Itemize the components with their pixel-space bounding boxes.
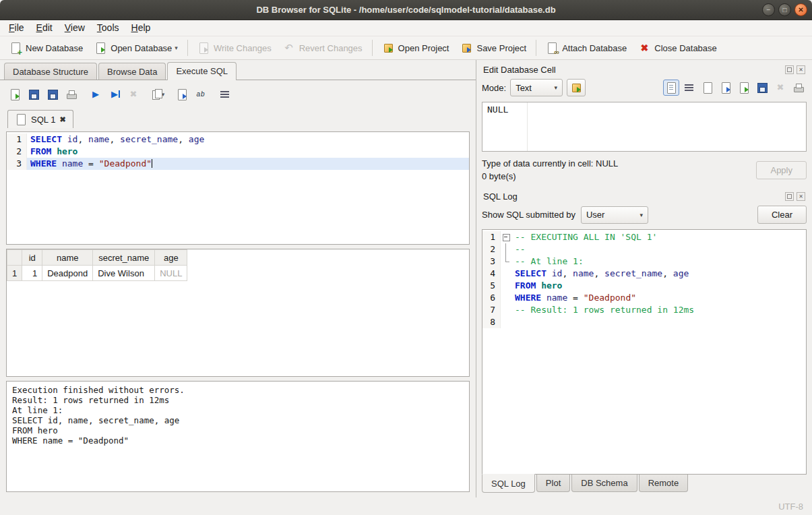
import-cell-data-button[interactable] — [718, 80, 734, 96]
cell-id[interactable]: 1 — [22, 266, 42, 281]
attach-database-button[interactable]: Attach Database — [540, 38, 632, 57]
sql-tab[interactable]: SQL 1 ✖ — [7, 110, 73, 128]
stop-execution-button: ✖ — [125, 86, 142, 103]
save-sql-file-button[interactable] — [25, 86, 42, 103]
tab-database-structure[interactable]: Database Structure — [4, 63, 97, 80]
log-line: 5FROM hero — [482, 280, 806, 292]
cell-value-editor[interactable]: NULL — [482, 102, 807, 152]
print-cell-icon — [792, 82, 805, 94]
open-query-tab-button[interactable]: ▾ — [149, 86, 166, 103]
column-header-name[interactable]: name — [42, 250, 93, 266]
print-sql-button[interactable] — [63, 86, 80, 103]
menu-view[interactable]: View — [59, 20, 91, 36]
toolbar-label: Save Project — [476, 43, 526, 53]
menu-help[interactable]: Help — [125, 20, 157, 36]
tab-execute-sql[interactable]: Execute SQL — [167, 62, 237, 80]
save-project-button[interactable]: Save Project — [455, 38, 532, 57]
undock-log-icon[interactable] — [785, 192, 794, 201]
mode-select[interactable]: Text ▾ — [510, 79, 563, 96]
close-log-icon[interactable]: ✕ — [797, 192, 805, 201]
submitter-value: User — [586, 210, 604, 220]
format-sql-button[interactable] — [216, 86, 234, 103]
menu-edit[interactable]: Edit — [30, 20, 59, 36]
tab-remote[interactable]: Remote — [639, 475, 689, 492]
close-tab-icon[interactable]: ✖ — [59, 115, 65, 124]
undock-panel-icon[interactable] — [785, 65, 794, 74]
tab-db-schema[interactable]: DB Schema — [571, 475, 637, 492]
minimize-icon[interactable]: − — [762, 3, 775, 16]
log-filter-row: Show SQL submitted by User ▾ Clear — [482, 204, 807, 229]
word-wrap-button[interactable] — [681, 80, 697, 96]
clear-button[interactable]: Clear — [757, 206, 807, 224]
caret-down-icon: ▾ — [639, 212, 643, 218]
cell-age[interactable]: NULL — [155, 266, 187, 281]
tab-plot[interactable]: Plot — [536, 475, 570, 492]
tab-sql-log[interactable]: SQL Log — [482, 474, 535, 493]
find-replace-icon: ab — [195, 88, 207, 100]
log-line: 6WHERE name = "Deadpond" — [482, 292, 806, 304]
message-line: FROM hero — [12, 425, 464, 435]
submitter-select[interactable]: User ▾ — [581, 206, 648, 224]
column-header-age[interactable]: age — [155, 250, 187, 266]
editor-line: 2FROM hero — [7, 146, 469, 158]
cell-mode-row: Mode: Text ▾ ✖ — [482, 78, 807, 102]
tab-browse-data[interactable]: Browse Data — [98, 63, 166, 80]
fold-gutter — [501, 292, 511, 304]
open-database-button[interactable]: Open Database▾ — [89, 38, 183, 57]
set-null-icon: ✖ — [774, 82, 786, 94]
open-file-button[interactable] — [699, 80, 716, 96]
execute-sql-panel: ▶▶✖▾ab SQL 1 ✖ 1SELECT id, name, secret_… — [0, 80, 476, 497]
close-icon[interactable]: ✕ — [794, 3, 807, 16]
column-header-id[interactable]: id — [22, 250, 42, 266]
execute-current-line-button[interactable]: ▶ — [106, 86, 123, 103]
new-database-button[interactable]: New Database — [4, 38, 88, 57]
execute-all-icon: ▶ — [90, 88, 102, 100]
code-text: -- At line 1: — [511, 255, 806, 268]
import-icon — [570, 82, 582, 94]
import-mode-button[interactable] — [567, 79, 586, 96]
log-line: 8 — [482, 316, 806, 328]
sql-editor[interactable]: 1SELECT id, name, secret_name, age2FROM … — [6, 131, 470, 245]
find-replace-button[interactable]: ab — [192, 86, 210, 103]
close-database-button[interactable]: ✖Close Database — [633, 38, 722, 57]
load-query-button[interactable] — [173, 86, 191, 103]
import-cell-data-icon — [720, 82, 732, 94]
menu-tools[interactable]: Tools — [91, 20, 125, 36]
sql-file-icon — [15, 113, 27, 125]
execute-all-button[interactable]: ▶ — [87, 86, 104, 103]
encoding-indicator[interactable]: UTF-8 — [778, 502, 803, 512]
maximize-icon[interactable]: □ — [778, 3, 791, 16]
line-number: 1 — [7, 133, 27, 146]
filter-label: Show SQL submitted by — [482, 210, 575, 220]
sql-log-view[interactable]: 1-- EXECUTING ALL IN 'SQL 1'2--3-- At li… — [482, 229, 807, 475]
open-sql-file-button[interactable] — [6, 86, 24, 103]
open-project-button[interactable]: Open Project — [377, 38, 455, 57]
app-window: DB Browser for SQLite - /home/user/code/… — [0, 0, 812, 515]
code-text: FROM hero — [27, 146, 469, 158]
column-header-secret_name[interactable]: secret_name — [93, 250, 155, 266]
toolbar-label: New Database — [26, 43, 83, 53]
log-line: 3-- At line 1: — [482, 255, 806, 268]
open-query-tab-icon — [151, 88, 163, 100]
close-panel-icon[interactable]: ✕ — [797, 65, 805, 74]
save-sql-file-as-button[interactable] — [44, 86, 61, 103]
line-number: 5 — [482, 280, 501, 292]
export-cell-data-button[interactable] — [736, 80, 752, 96]
text-mode-button[interactable] — [663, 80, 679, 96]
cell-name[interactable]: Deadpond — [42, 266, 93, 281]
line-number: 7 — [482, 304, 501, 316]
cell-type-info: Type of data currently in cell: NULL — [482, 157, 756, 170]
save-sql-file-icon — [28, 88, 40, 100]
print-cell-button[interactable] — [790, 80, 807, 96]
fold-gutter — [501, 304, 511, 316]
revert-changes-button: ↶Revert Changes — [278, 38, 368, 57]
title-bar[interactable]: DB Browser for SQLite - /home/user/code/… — [0, 0, 812, 20]
menu-file[interactable]: File — [3, 20, 30, 36]
save-cell-button[interactable] — [754, 80, 770, 96]
cell-secret_name[interactable]: Dive Wilson — [93, 266, 155, 281]
fold-box-icon[interactable] — [501, 231, 511, 243]
toolbar-separator — [372, 40, 373, 56]
close-database-icon: ✖ — [638, 42, 650, 54]
fold-gutter — [501, 316, 511, 328]
menu-bar: FileEditViewToolsHelp — [0, 20, 812, 36]
